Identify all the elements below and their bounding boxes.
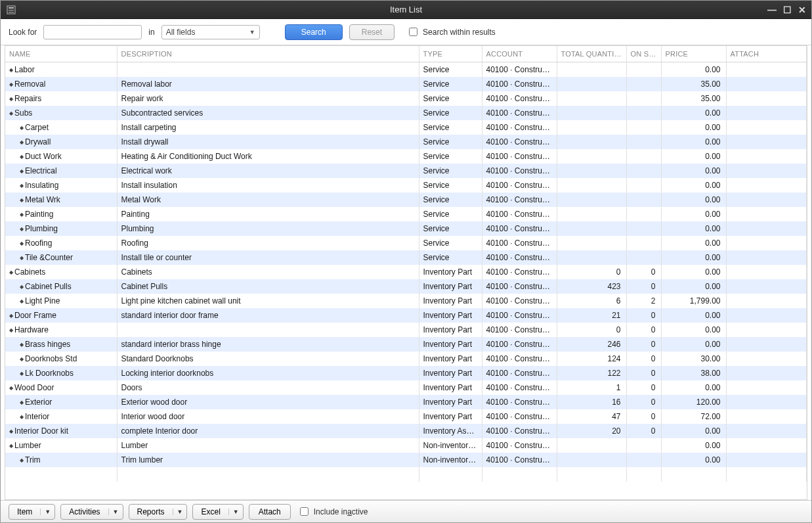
row-name-text: Painting [25, 210, 53, 219]
search-within-checkbox[interactable] [409, 28, 417, 36]
table-row[interactable]: ◆InsulatingInstall insulationService4010… [5, 178, 807, 193]
cell-account: 40100 · Constructi... [482, 438, 557, 453]
cell-account: 40100 · Constructi... [482, 77, 557, 91]
cell-sales: 0 [626, 366, 661, 380]
cell-sales [626, 164, 661, 178]
search-button[interactable]: Search [285, 24, 343, 40]
table-row[interactable]: ◆PlumbingPlumbingService40100 · Construc… [5, 221, 807, 236]
minimize-icon[interactable]: — [767, 5, 777, 15]
cell-attach [726, 352, 807, 366]
table-row[interactable]: ◆RoofingRoofingService40100 · Constructi… [5, 236, 807, 250]
cell-account: 40100 · Constructi... [482, 337, 557, 352]
cell-price: 0.00 [661, 453, 726, 467]
table-row[interactable]: ◆Wood DoorDoorsInventory Part40100 · Con… [5, 380, 807, 395]
table-row[interactable]: ◆PaintingPaintingService40100 · Construc… [5, 207, 807, 221]
cell-account: 40100 · Constructi... [482, 424, 557, 438]
col-price[interactable]: PRICE [661, 46, 726, 62]
cell-sales [626, 91, 661, 106]
footer-toolbar: Item ▼ Activities ▼ Reports ▼ Excel ▼ At… [1, 500, 811, 522]
table-row[interactable]: ◆SubsSubcontracted servicesService40100 … [5, 106, 807, 120]
table-row[interactable]: ◆Cabinet PullsCabinet PullsInventory Par… [5, 279, 807, 294]
table-row[interactable]: ◆Interior Door kitcomplete Interior door… [5, 424, 807, 438]
cell-type: Inventory Part [419, 366, 482, 380]
table-row[interactable]: ◆TrimTrim lumberNon-inventory ...40100 ·… [5, 453, 807, 467]
table-row[interactable]: ◆Light PineLight pine kitchen cabinet wa… [5, 294, 807, 308]
table-row[interactable]: ◆Lk DoorknobsLocking interior doorknobsI… [5, 366, 807, 380]
cell-qty [557, 467, 626, 482]
close-icon[interactable]: ✕ [798, 5, 806, 15]
cell-sales [626, 467, 661, 482]
cell-price: 72.00 [661, 409, 726, 424]
chevron-down-icon: ▼ [173, 509, 187, 515]
cell-account: 40100 · Constructi... [482, 279, 557, 294]
attach-button[interactable]: Attach [249, 504, 291, 520]
table-row[interactable]: ◆ExteriorExterior wood doorInventory Par… [5, 395, 807, 409]
cell-sales [626, 62, 661, 78]
table-row[interactable]: ◆CarpetInstall carpetingService40100 · C… [5, 120, 807, 135]
table-row[interactable]: ◆HardwareInventory Part40100 · Construct… [5, 323, 807, 337]
table-row[interactable]: ◆Door Framestandard interior door frameI… [5, 308, 807, 323]
cell-account: 40100 · Constructi... [482, 62, 557, 78]
row-name-text: Exterior [25, 398, 52, 407]
reset-button[interactable]: Reset [349, 24, 395, 40]
cell-name: ◆Roofing [5, 236, 117, 250]
table-row[interactable]: ◆Metal WrkMetal WorkService40100 · Const… [5, 193, 807, 207]
row-name-text: Tile &Counter [25, 253, 73, 262]
chevron-down-icon: ▼ [249, 29, 255, 35]
activities-menu-button[interactable]: Activities ▼ [60, 504, 123, 520]
col-attach[interactable]: ATTACH [726, 46, 807, 62]
col-name[interactable]: NAME [5, 46, 117, 62]
cell-attach [726, 164, 807, 178]
col-type[interactable]: TYPE [419, 46, 482, 62]
cell-price: 0.00 [661, 250, 726, 265]
look-for-input[interactable] [43, 25, 142, 39]
item-menu-button[interactable]: Item ▼ [9, 504, 55, 520]
table-row[interactable] [5, 467, 807, 482]
reports-menu-button[interactable]: Reports ▼ [129, 504, 188, 520]
table-row[interactable]: ◆RemovalRemoval laborService40100 · Cons… [5, 77, 807, 91]
cell-account: 40100 · Constructi... [482, 380, 557, 395]
maximize-icon[interactable]: ☐ [783, 5, 792, 15]
cell-price: 35.00 [661, 77, 726, 91]
in-label: in [148, 28, 154, 37]
table-row[interactable]: ◆Tile &CounterInstall tile or counterSer… [5, 250, 807, 265]
cell-description: Removal labor [117, 77, 419, 91]
item-table-scroll[interactable]: NAME DESCRIPTION TYPE ACCOUNT TOTAL QUAN… [5, 45, 807, 500]
cell-attach [726, 193, 807, 207]
table-row[interactable]: ◆RepairsRepair workService40100 · Constr… [5, 91, 807, 106]
cell-account: 40100 · Constructi... [482, 193, 557, 207]
cell-qty [557, 236, 626, 250]
cell-price: 0.00 [661, 62, 726, 78]
cell-sales: 0 [626, 279, 661, 294]
table-row[interactable]: ◆DrywallInstall drywallService40100 · Co… [5, 135, 807, 149]
cell-price: 0.00 [661, 178, 726, 193]
table-row[interactable]: ◆Doorknobs StdStandard DoorknobsInventor… [5, 352, 807, 366]
include-inactive-checkbox[interactable] [300, 507, 309, 516]
table-row[interactable]: ◆LumberLumberNon-inventory ...40100 · Co… [5, 438, 807, 453]
diamond-icon: ◆ [20, 197, 24, 203]
table-row[interactable]: ◆LaborService40100 · Constructi...0.00 [5, 62, 807, 78]
excel-menu-button[interactable]: Excel ▼ [192, 504, 243, 520]
cell-attach [726, 149, 807, 164]
chevron-down-icon: ▼ [108, 509, 123, 515]
col-description[interactable]: DESCRIPTION [117, 46, 419, 62]
cell-type: Service [419, 207, 482, 221]
col-account[interactable]: ACCOUNT [482, 46, 557, 62]
cell-name: ◆Brass hinges [5, 337, 117, 352]
col-on-sales[interactable]: ON SA... [626, 46, 661, 62]
cell-type: Inventory Part [419, 337, 482, 352]
cell-account: 40100 · Constructi... [482, 178, 557, 193]
table-row[interactable]: ◆ElectricalElectrical workService40100 ·… [5, 164, 807, 178]
cell-type: Service [419, 250, 482, 265]
cell-qty: 20 [557, 424, 626, 438]
table-row[interactable]: ◆Brass hingesstandard interior brass hin… [5, 337, 807, 352]
table-row[interactable]: ◆InteriorInterior wood doorInventory Par… [5, 409, 807, 424]
window-title: Item List [1, 5, 811, 14]
field-select[interactable]: All fields ▼ [161, 25, 260, 39]
cell-qty [557, 207, 626, 221]
col-total-quantity[interactable]: TOTAL QUANTITY ... [557, 46, 626, 62]
table-row[interactable]: ◆CabinetsCabinetsInventory Part40100 · C… [5, 265, 807, 279]
cell-type: Non-inventory ... [419, 438, 482, 453]
cell-name: ◆Carpet [5, 120, 117, 135]
table-row[interactable]: ◆Duct WorkHeating & Air Conditioning Duc… [5, 149, 807, 164]
